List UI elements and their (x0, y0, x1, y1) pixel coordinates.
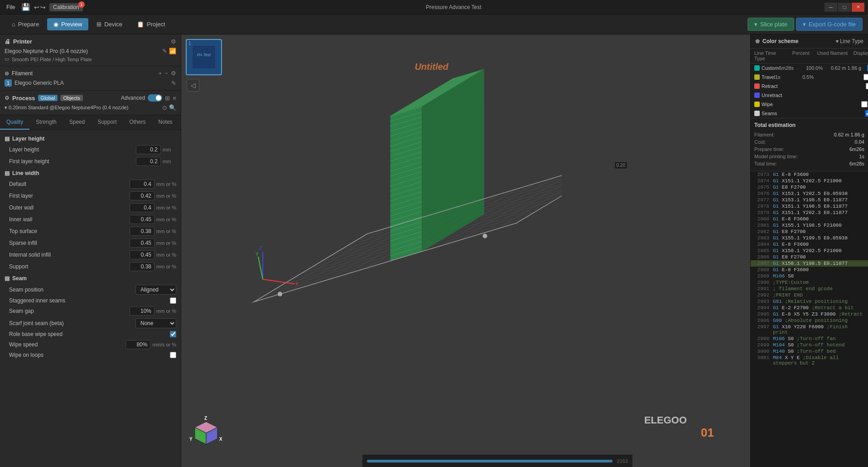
tab-others[interactable]: Others (123, 115, 152, 130)
support-lw-label: Support (9, 263, 130, 270)
gc-row-2987[interactable]: 2987G1 X158.1 Y198.5 E0.11877 (751, 260, 868, 267)
layer-height-input[interactable] (136, 145, 161, 154)
filament-edit-button[interactable]: ✎ (171, 80, 176, 87)
inner-wall-input[interactable] (130, 215, 154, 224)
tab-notes[interactable]: Notes (152, 115, 178, 130)
svg-rect-0 (193, 46, 215, 68)
wipe-display-check[interactable] (861, 101, 868, 107)
bottom-layer-indicator: 0.20 (614, 161, 627, 169)
close-button[interactable]: ✕ (852, 3, 864, 12)
total-time-row: Total time: 6m28s (754, 160, 864, 167)
advanced-toggle[interactable] (148, 94, 162, 102)
nav-device[interactable]: ⊞ Device (90, 18, 129, 30)
process-preset-dropdown[interactable]: ▾ 0.20mm Standard @Elegoo Neptune4Pro (0… (5, 105, 128, 111)
export-gcode-button[interactable]: ▾ Export G-code file (796, 18, 863, 31)
filament-name: Elegoo Generic PLA (14, 80, 169, 86)
lt-col-type: Line Type (754, 50, 765, 61)
gc-row-2974: 2974G1 X151.1 Y202.5 F21000 (751, 178, 868, 184)
save-button[interactable]: 💾 (21, 3, 30, 11)
top-surface-input[interactable] (130, 227, 154, 236)
printer-settings-button[interactable]: ⚙ (171, 38, 176, 45)
internal-solid-infill-input[interactable] (130, 250, 154, 259)
nav-preview[interactable]: ◉ Preview (47, 18, 88, 30)
seam-position-row: Seam position Aligned Random Nearest Bac… (0, 283, 181, 296)
slice-plate-button[interactable]: ▾ Slice plate (747, 18, 794, 31)
process-icon: ⚙ (5, 95, 10, 101)
minimize-button[interactable]: ─ (825, 3, 837, 12)
add-filament-button[interactable]: + (159, 70, 162, 77)
retract-display-check[interactable] (866, 83, 868, 89)
filament-settings-button[interactable]: ⚙ (171, 70, 176, 77)
travel-display-check[interactable] (863, 74, 868, 80)
default-lw-unit: mm or % (156, 181, 176, 187)
bottom-bar: 2163 (362, 454, 632, 467)
gc-row-2997: 2997G1 X10 Y220 F6000 ;Finish print (751, 324, 868, 336)
printer-wifi-button[interactable]: 📶 (169, 48, 176, 54)
staggered-seams-checkbox[interactable] (170, 297, 176, 304)
remove-filament-button[interactable]: − (164, 70, 168, 77)
printer-edit-button[interactable]: ✎ (162, 48, 167, 54)
default-lw-row: Default mm or % (0, 178, 181, 190)
eye-icon: ◉ (53, 21, 58, 28)
svg-text:PA Test: PA Test (197, 53, 211, 57)
seam-group[interactable]: ▤ Seam (0, 272, 181, 283)
unretract-color (754, 92, 760, 98)
collapse-viewport-button[interactable]: ◁ (187, 79, 199, 92)
elegoo-label: ELEGOO (644, 414, 687, 426)
color-scheme-title: Color scheme (762, 38, 836, 44)
chevron-down-icon: ▾ (754, 21, 757, 28)
first-layer-lw-row: First layer mm or % (0, 190, 181, 202)
seams-display-check[interactable] (865, 110, 868, 117)
bed-type: Smooth PEI Plate / High Temp Plate (12, 57, 92, 62)
calibration-badge[interactable]: Calibration 1 (49, 3, 82, 11)
outer-wall-input[interactable] (130, 203, 154, 212)
tab-speed[interactable]: Speed (63, 115, 92, 130)
line-width-group[interactable]: ▤ Line width (0, 167, 181, 178)
window-title: Pressure Advance Test (87, 4, 821, 10)
scarf-joint-select[interactable]: None (135, 318, 176, 328)
first-layer-lw-input[interactable] (130, 191, 154, 200)
tab-quality[interactable]: Quality (0, 115, 29, 130)
seam-position-select[interactable]: Aligned Random Nearest Back (135, 285, 176, 295)
wipe-speed-input[interactable] (125, 340, 150, 349)
gc-row-2977: 2977G1 X153.1 Y198.5 E0.11877 (751, 197, 868, 203)
gc-row-2998: 2998M106 S0 ;Turn-off fan (751, 336, 868, 342)
first-layer-height-input[interactable] (136, 157, 161, 166)
sparse-infill-input[interactable] (130, 238, 154, 248)
process-view-button[interactable]: ⊞ (165, 95, 170, 102)
role-base-wipe-checkbox[interactable] (170, 331, 176, 337)
home-icon: ⌂ (12, 21, 15, 28)
gc-row-2990: 2990;TYPE:Custom (751, 279, 868, 286)
lt-row-wipe: Wipe (751, 100, 868, 109)
collapse-icon-lw: ▤ (5, 170, 10, 176)
preset-search-button[interactable]: ⊙ (162, 104, 167, 111)
file-menu[interactable]: File (4, 4, 18, 10)
process-options-button[interactable]: ≡ (173, 95, 176, 102)
internal-solid-infill-row: Internal solid infill mm or % (0, 249, 181, 261)
default-lw-input[interactable] (130, 180, 154, 189)
layer-height-row: Layer height mm (0, 144, 181, 156)
nav-prepare[interactable]: ⌂ Prepare (5, 18, 45, 30)
global-tag[interactable]: Global (38, 95, 58, 101)
filament-num: 1 (5, 79, 12, 87)
thumbnail-1[interactable]: 1 PA Test (186, 39, 222, 75)
nav-project[interactable]: 📋 Project (130, 18, 171, 30)
collapse-icon-seam: ▤ (5, 275, 10, 282)
wipe-on-loops-checkbox[interactable] (170, 352, 176, 358)
layer-height-group[interactable]: ▤ Layer height (0, 133, 181, 144)
objects-tag[interactable]: Objects (60, 95, 82, 101)
seam-gap-input[interactable] (130, 306, 154, 316)
color-scheme-mode[interactable]: ▾ Line Type (836, 38, 863, 44)
maximize-button[interactable]: □ (838, 3, 851, 12)
gc-row-2999: 2999M104 S0 ;Turn-off hotend (751, 342, 868, 348)
first-layer-height-label: First layer height (9, 158, 136, 165)
support-lw-input[interactable] (130, 262, 154, 271)
undo-button[interactable]: ↩ (34, 4, 39, 11)
tab-strength[interactable]: Strength (29, 115, 63, 130)
retract-color (754, 83, 760, 89)
lt-col-time: Time (765, 50, 792, 61)
support-lw-unit: mm or % (156, 264, 176, 269)
redo-button[interactable]: ↪ (40, 4, 46, 11)
tab-support[interactable]: Support (91, 115, 123, 130)
preset-settings-button[interactable]: 🔍 (169, 104, 176, 111)
